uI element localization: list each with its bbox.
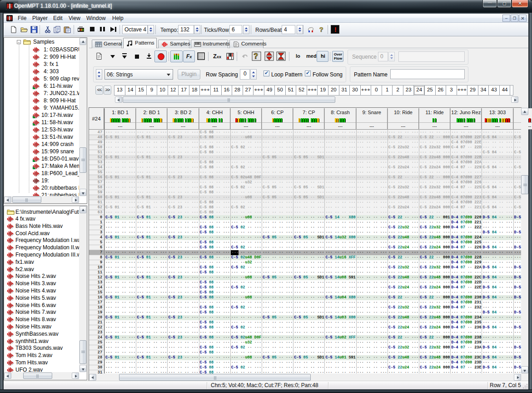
svg-text:?: ?	[319, 26, 323, 33]
svg-text:?: ?	[254, 52, 258, 60]
